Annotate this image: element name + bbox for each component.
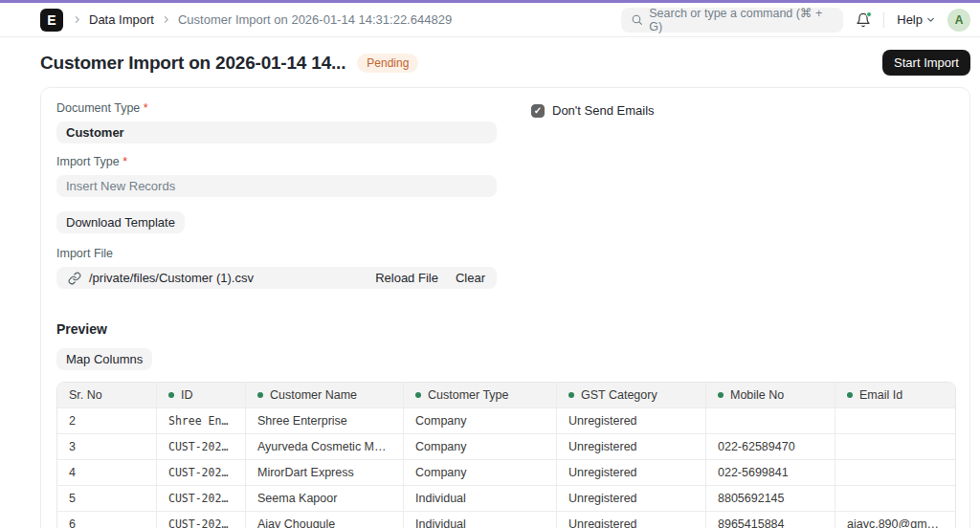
navbar-actions: Search or type a command (⌘ + G) Help A	[621, 8, 970, 33]
document-type-field: Document Type * Customer	[56, 101, 497, 143]
download-template-button[interactable]: Download Template	[56, 211, 185, 233]
form-left-column: Document Type * Customer Import Type * I…	[56, 101, 497, 300]
cell-id: CUST-2025-...	[157, 511, 246, 528]
clear-file-button[interactable]: Clear	[456, 271, 485, 285]
cell-email	[835, 407, 955, 433]
import-type-label: Import Type *	[56, 155, 497, 168]
breadcrumb-data-import[interactable]: Data Import	[89, 12, 154, 27]
preview-heading: Preview	[56, 321, 954, 337]
form-section: Document Type * Customer Import Type * I…	[56, 101, 954, 300]
start-import-button[interactable]: Start Import	[882, 50, 970, 76]
dont-send-emails-checkbox[interactable]	[531, 104, 545, 118]
mapped-column-dot	[847, 392, 853, 398]
notifications-bell-icon[interactable]	[856, 12, 871, 28]
mapped-column-dot	[168, 392, 174, 398]
table-row: 2Shree Enterpri...Shree EnterpriseCompan…	[57, 407, 955, 433]
mapped-column-dot	[568, 392, 574, 398]
chevron-down-icon	[926, 15, 935, 24]
preview-header-row: Sr. NoIDCustomer NameCustomer TypeGST Ca…	[57, 383, 955, 407]
cell-gst: Unregistered	[557, 485, 706, 511]
cell-name: MirorDart Express	[246, 459, 404, 485]
column-header-gst: GST Category	[557, 383, 706, 407]
navbar: E Data Import Customer Import on 2026-01…	[0, 3, 980, 37]
cell-mobile	[706, 407, 835, 433]
breadcrumb: Data Import Customer Import on 2026-01-1…	[73, 12, 452, 27]
cell-name: Seema Kapoor	[246, 485, 404, 511]
cell-email	[835, 459, 955, 485]
import-file-bar: /private/files/Customer (1).csv Reload F…	[56, 267, 497, 289]
mapped-column-dot	[257, 392, 263, 398]
cell-id: Shree Enterpri...	[157, 407, 246, 433]
page-title: Customer Import on 2026-01-14 14...	[40, 53, 345, 74]
cell-id: CUST-2025-...	[157, 485, 246, 511]
cell-gst: Unregistered	[557, 433, 706, 459]
cell-name: Ayurveda Cosmetic Manufa...	[246, 433, 404, 459]
search-icon	[631, 13, 643, 26]
reload-file-button[interactable]: Reload File	[375, 271, 438, 285]
cell-gst: Unregistered	[557, 511, 706, 528]
breadcrumb-current: Customer Import on 2026-01-14 14:31:22.6…	[178, 12, 452, 27]
cell-id: CUST-2025-...	[157, 459, 246, 485]
import-type-field: Import Type * Insert New Records	[56, 155, 497, 197]
table-row: 6CUST-2025-...Ajay ChouguleIndividualUnr…	[57, 511, 955, 528]
map-columns-button[interactable]: Map Columns	[56, 348, 152, 370]
cell-sr: 3	[57, 433, 157, 459]
file-actions: Reload File Clear	[375, 271, 485, 285]
mapped-column-dot	[718, 392, 724, 398]
import-type-input[interactable]: Insert New Records	[56, 175, 497, 197]
column-header-sr: Sr. No	[57, 383, 157, 407]
page: E Data Import Customer Import on 2026-01…	[0, 0, 980, 528]
cell-mobile: 022-5699841	[706, 459, 835, 485]
required-asterisk: *	[122, 155, 127, 168]
import-file-label: Import File	[56, 247, 497, 260]
cell-sr: 4	[57, 459, 157, 485]
required-asterisk: *	[144, 101, 148, 115]
notification-dot	[866, 11, 872, 17]
cell-email: ajayc.890@gmail.c...	[835, 511, 955, 528]
chevron-right-icon	[73, 15, 81, 24]
help-menu[interactable]: Help	[897, 12, 935, 27]
preview-table: Sr. NoIDCustomer NameCustomer TypeGST Ca…	[56, 382, 956, 528]
cell-sr: 5	[57, 485, 157, 511]
cell-email	[835, 433, 955, 459]
cell-mobile: 8965415884	[706, 511, 835, 528]
cell-name: Shree Enterprise	[246, 407, 404, 433]
cell-sr: 6	[57, 511, 157, 528]
import-file-link[interactable]: /private/files/Customer (1).csv	[89, 271, 254, 285]
cell-gst: Unregistered	[557, 459, 706, 485]
cell-mobile: 8805692145	[706, 485, 835, 511]
table-row: 5CUST-2025-...Seema KapoorIndividualUnre…	[57, 485, 955, 511]
divider	[883, 12, 884, 28]
form-card: Document Type * Customer Import Type * I…	[40, 87, 970, 528]
help-label: Help	[897, 12, 923, 27]
cell-type: Company	[404, 433, 557, 459]
cell-type: Individual	[404, 511, 557, 528]
import-file-field: Import File /private/files/Customer (1).…	[56, 247, 497, 289]
column-header-id: ID	[157, 383, 246, 407]
mapped-column-dot	[415, 392, 421, 398]
document-type-input[interactable]: Customer	[56, 121, 497, 143]
column-header-type: Customer Type	[404, 383, 557, 407]
cell-name: Ajay Chougule	[246, 511, 404, 528]
cell-gst: Unregistered	[557, 407, 706, 433]
link-icon	[68, 272, 81, 285]
dont-send-emails-label: Don't Send Emails	[552, 103, 655, 118]
table-row: 4CUST-2025-...MirorDart ExpressCompanyUn…	[57, 459, 955, 485]
user-avatar[interactable]: A	[947, 9, 970, 32]
page-header: Customer Import on 2026-01-14 14... Pend…	[0, 37, 980, 85]
search-input[interactable]: Search or type a command (⌘ + G)	[621, 8, 843, 33]
search-placeholder: Search or type a command (⌘ + G)	[649, 6, 834, 33]
cell-type: Company	[404, 459, 557, 485]
form-right-column: Don't Send Emails	[531, 101, 954, 300]
cell-sr: 2	[57, 407, 157, 433]
column-header-email: Email Id	[835, 383, 955, 407]
cell-type: Company	[404, 407, 557, 433]
status-badge: Pending	[357, 54, 418, 73]
column-header-name: Customer Name	[246, 383, 404, 407]
cell-mobile: 022-62589470	[706, 433, 835, 459]
app-logo[interactable]: E	[40, 9, 63, 32]
dont-send-emails-row: Don't Send Emails	[531, 103, 954, 118]
chevron-right-icon	[162, 15, 170, 24]
column-header-mobile: Mobile No	[706, 383, 835, 407]
table-row: 3CUST-2025-...Ayurveda Cosmetic Manufa..…	[57, 433, 955, 459]
